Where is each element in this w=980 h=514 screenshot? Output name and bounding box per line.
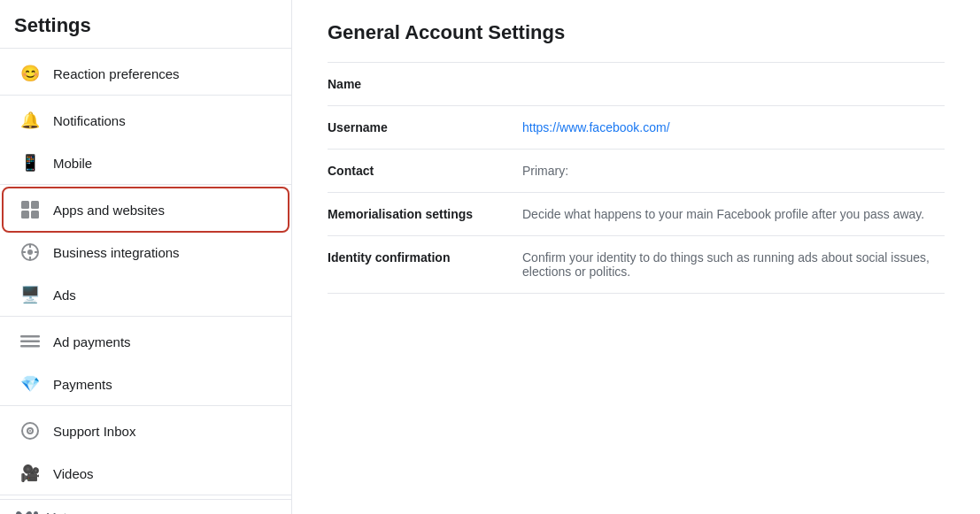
notifications-icon: 🔔 [18,108,42,133]
sidebar-item-label: Ads [53,288,76,303]
svg-rect-1 [31,201,39,209]
sidebar-item-notifications[interactable]: 🔔 Notifications [4,99,288,142]
settings-label-name: Name [328,77,505,91]
sidebar-item-label: Payments [53,377,112,392]
meta-logo-text: Meta [46,510,73,514]
sidebar-title: Settings [0,14,291,48]
sidebar-item-label: Ad payments [53,334,131,349]
svg-point-5 [27,249,33,255]
ad-payments-icon [18,329,42,354]
settings-value-memorialisation: Decide what happens to your main Faceboo… [522,207,945,221]
sidebar-item-label: Reaction preferences [53,66,180,81]
sidebar-item-label: Business integrations [53,245,180,260]
settings-label-identity: Identity confirmation [328,250,505,265]
sidebar-item-label: Apps and websites [53,203,165,218]
settings-label-contact: Contact [328,164,505,178]
settings-table: Name Username https://www.facebook.com/ … [328,62,945,294]
ads-icon: 🖥️ [18,282,42,307]
sidebar-item-mobile[interactable]: 📱 Mobile [4,142,288,184]
sidebar-item-videos[interactable]: 🎥 Videos [4,452,288,495]
sidebar-item-business-integrations[interactable]: Business integrations [4,231,288,273]
sidebar-item-payments[interactable]: 💎 Payments [4,363,288,405]
main-content: General Account Settings Name Username h… [292,0,980,514]
mobile-icon: 📱 [18,150,42,175]
reaction-preferences-icon: 😊 [18,61,42,86]
svg-rect-0 [21,201,29,209]
svg-point-15 [29,430,31,432]
svg-rect-3 [31,211,39,219]
sidebar-item-label: Support Inbox [53,424,135,439]
sidebar-item-label: Mobile [53,156,92,171]
sidebar-item-label: Videos [53,466,94,481]
sidebar-divider-3 [0,184,291,185]
svg-rect-11 [20,341,40,343]
sidebar-item-reaction-preferences[interactable]: 😊 Reaction preferences [4,52,288,95]
settings-row-identity[interactable]: Identity confirmation Confirm your ident… [328,236,945,294]
sidebar-divider-2 [0,95,291,96]
sidebar-item-label: Notifications [53,113,126,128]
sidebar-item-ad-payments[interactable]: Ad payments [4,320,288,363]
settings-label-username: Username [328,120,505,134]
sidebar-divider-4 [0,316,291,317]
sidebar-item-support-inbox[interactable]: Support Inbox [4,410,288,452]
svg-rect-10 [20,335,40,338]
business-integrations-icon [18,240,42,265]
settings-row-memorialisation[interactable]: Memorialisation settings Decide what hap… [328,193,945,236]
sidebar-item-apps-and-websites[interactable]: Apps and websites [4,188,288,231]
videos-icon: 🎥 [18,461,42,486]
svg-rect-2 [21,211,29,219]
svg-rect-12 [20,345,40,348]
apps-websites-icon [18,197,42,222]
settings-label-memorialisation: Memorialisation settings [328,207,505,221]
sidebar-divider-6 [0,495,291,495]
meta-footer: Meta Accounts Centre Control settings fo… [0,499,291,514]
sidebar-divider-5 [0,405,291,406]
settings-value-identity: Confirm your identity to do things such … [522,250,945,279]
support-inbox-icon [18,418,42,443]
meta-logo: Meta [14,510,277,514]
sidebar: Settings 😊 Reaction preferences 🔔 Notifi… [0,0,292,514]
settings-row-username[interactable]: Username https://www.facebook.com/ [328,106,945,150]
settings-value-contact: Primary: [522,164,945,178]
main-title: General Account Settings [328,21,945,44]
settings-row-name: Name [328,63,945,106]
sidebar-divider [0,48,291,49]
sidebar-item-ads[interactable]: 🖥️ Ads [4,273,288,316]
settings-row-contact[interactable]: Contact Primary: [328,150,945,193]
settings-value-username: https://www.facebook.com/ [522,120,945,134]
payments-icon: 💎 [18,372,42,396]
